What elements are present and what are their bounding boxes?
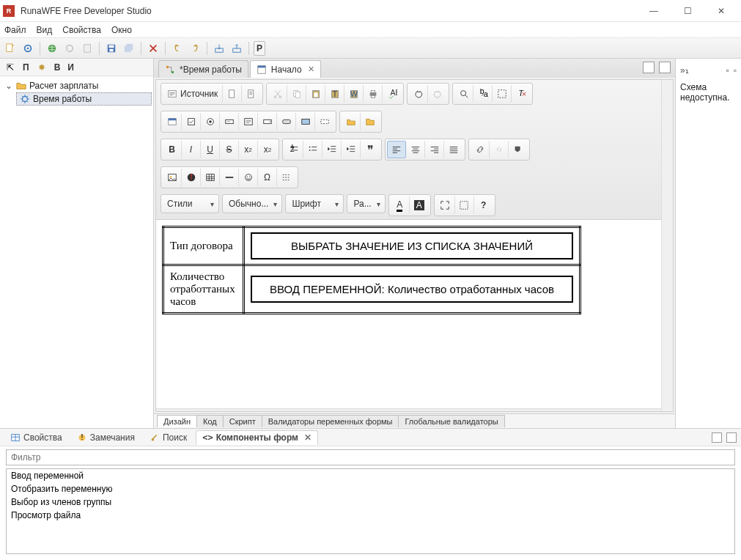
maximize-view-icon[interactable] xyxy=(659,62,671,73)
editor-tab-worktime[interactable]: *Время работы xyxy=(158,60,248,78)
table-icon[interactable] xyxy=(201,169,220,186)
pagebreak-icon[interactable] xyxy=(277,169,296,186)
font-combo[interactable]: Шрифт xyxy=(285,194,344,213)
import-icon[interactable] xyxy=(212,41,226,56)
lp-v[interactable]: В xyxy=(52,60,63,75)
bullist-icon[interactable] xyxy=(303,141,322,158)
editor-content[interactable]: Тип договора ВЫБРАТЬ ЗНАЧЕНИЕ ИЗ СПИСКА … xyxy=(156,220,661,408)
format-combo[interactable]: Обычно... xyxy=(222,194,282,213)
tab-script[interactable]: Скрипт xyxy=(223,415,262,427)
tree-node[interactable]: Время работы xyxy=(16,92,152,106)
newpage-icon[interactable] xyxy=(223,85,242,103)
strike-icon[interactable]: S xyxy=(220,141,239,158)
menu-window[interactable]: Окно xyxy=(111,25,132,35)
print-icon[interactable] xyxy=(364,85,383,103)
bottom-tab-components[interactable]: <>Компоненты форм✕ xyxy=(196,430,318,445)
size-combo[interactable]: Ра... xyxy=(347,194,385,213)
redo-icon[interactable] xyxy=(188,41,202,56)
tab-design[interactable]: Дизайн xyxy=(157,415,197,427)
copy-icon[interactable] xyxy=(287,85,306,103)
removeformat-icon[interactable]: T× xyxy=(512,85,531,103)
italic-icon[interactable]: I xyxy=(182,141,201,158)
underline-icon[interactable]: U xyxy=(201,141,220,158)
align-left-icon[interactable] xyxy=(387,141,406,158)
bottom-tab-search[interactable]: Поиск xyxy=(144,431,193,444)
styles-combo[interactable]: Стили xyxy=(161,194,219,213)
cut-icon[interactable] xyxy=(268,85,287,103)
maximize-button[interactable]: ☐ xyxy=(671,0,704,22)
save-all-icon[interactable] xyxy=(122,41,136,56)
row1-value[interactable]: ВЫБРАТЬ ЗНАЧЕНИЕ ИЗ СПИСКА ЗНАЧЕНИЙ xyxy=(251,232,573,259)
find-icon[interactable] xyxy=(454,85,473,103)
link-icon[interactable] xyxy=(471,141,490,158)
unlink-icon[interactable] xyxy=(490,141,509,158)
flash-icon[interactable]: f xyxy=(182,169,201,186)
align-right-icon[interactable] xyxy=(425,141,444,158)
anchor-icon[interactable] xyxy=(509,141,528,158)
menu-view[interactable]: Вид xyxy=(37,25,53,35)
indent-icon[interactable] xyxy=(342,141,361,158)
bottom-tab-properties[interactable]: Свойства xyxy=(4,431,68,444)
templates-icon[interactable] xyxy=(242,85,261,103)
paste-word-icon[interactable]: W xyxy=(344,85,364,103)
hr-icon[interactable] xyxy=(220,169,239,186)
editor-tab-start[interactable]: Начало ✕ xyxy=(250,60,321,78)
numlist-icon[interactable]: 12 xyxy=(284,141,303,158)
select-icon[interactable] xyxy=(258,113,277,130)
p-button[interactable]: P xyxy=(254,41,265,56)
minimize-button[interactable]: ― xyxy=(637,0,671,22)
showblocks-icon[interactable] xyxy=(455,196,474,214)
export-icon[interactable] xyxy=(229,41,244,56)
specialchar-icon[interactable]: Ω xyxy=(258,169,277,186)
tree-root[interactable]: ⌄ Расчет зарплаты xyxy=(1,79,152,92)
radio-icon[interactable] xyxy=(201,113,220,130)
tab-globalvalidators[interactable]: Глобальные валидаторы xyxy=(398,415,504,427)
undo-icon[interactable] xyxy=(170,41,185,56)
align-center-icon[interactable] xyxy=(406,141,425,158)
outdent-icon[interactable] xyxy=(322,141,342,158)
editor-scrollbar[interactable] xyxy=(661,80,673,411)
button-icon[interactable] xyxy=(277,113,296,130)
textarea-icon[interactable] xyxy=(239,113,258,130)
hidden-icon[interactable] xyxy=(315,113,334,130)
smiley-icon[interactable] xyxy=(239,169,258,186)
folder-open-icon[interactable] xyxy=(342,113,361,130)
subscript-icon[interactable]: x2 xyxy=(239,141,258,158)
globe-icon[interactable] xyxy=(45,41,59,56)
folder-icon-btn[interactable] xyxy=(361,113,380,130)
source-button[interactable]: Источник xyxy=(163,85,223,103)
collapse-icon[interactable]: ⇱ xyxy=(3,60,18,75)
expand-icon[interactable]: ⌄ xyxy=(4,81,13,91)
delete-icon[interactable] xyxy=(146,41,161,56)
refresh-icon[interactable] xyxy=(62,41,77,56)
superscript-icon[interactable]: x2 xyxy=(258,141,277,158)
components-list[interactable]: Ввод переменной Отобразить переменную Вы… xyxy=(6,468,735,554)
textcolor-icon[interactable]: A xyxy=(391,196,410,214)
rp-min[interactable]: ▫ xyxy=(726,65,729,75)
bgcolor-icon[interactable]: A xyxy=(410,196,429,214)
close-tab-icon[interactable]: ✕ xyxy=(308,65,314,74)
filter-input[interactable] xyxy=(6,449,735,465)
tab-code[interactable]: Код xyxy=(196,415,224,427)
bp-max-icon[interactable] xyxy=(726,432,737,443)
lp-star-icon[interactable]: ✸ xyxy=(34,60,49,75)
selectall-icon[interactable] xyxy=(493,85,512,103)
image-icon[interactable] xyxy=(163,169,182,186)
maximize-editor-icon[interactable] xyxy=(436,196,455,214)
save-icon[interactable] xyxy=(104,41,119,56)
checkbox-icon[interactable] xyxy=(182,113,201,130)
paste-text-icon[interactable]: T xyxy=(325,85,344,103)
quote-icon[interactable]: ❞ xyxy=(361,141,380,158)
textfield-icon[interactable] xyxy=(220,113,239,130)
bold-icon[interactable]: B xyxy=(163,141,182,158)
menu-file[interactable]: Файл xyxy=(4,25,26,35)
lp-i[interactable]: И xyxy=(65,60,76,75)
minimize-view-icon[interactable] xyxy=(643,62,655,73)
menu-properties[interactable]: Свойства xyxy=(62,25,101,35)
doc-icon[interactable] xyxy=(80,41,95,56)
settings-icon[interactable] xyxy=(21,41,35,56)
form-icon-btn[interactable] xyxy=(163,113,182,130)
tab-formvalidators[interactable]: Валидаторы переменных формы xyxy=(262,415,399,427)
bp-min-icon[interactable] xyxy=(712,432,722,443)
new-icon[interactable] xyxy=(3,41,18,56)
